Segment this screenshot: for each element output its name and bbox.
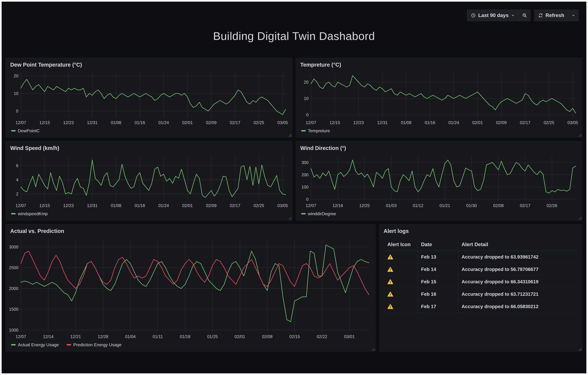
legend-item[interactable]: winddirDegree	[301, 211, 336, 216]
alert-icon-cell	[384, 300, 418, 313]
legend-item[interactable]: Tempreture	[301, 128, 330, 133]
x-tick-label: 01/16	[135, 203, 145, 208]
panel-title[interactable]: Wind Direction (°)	[296, 141, 582, 152]
y-tick-label: 2000	[9, 286, 18, 291]
alert-icon-cell	[384, 288, 418, 300]
chart-canvas[interactable]: 010020030012/0712/1612/2501/0301/1201/21…	[298, 153, 579, 209]
x-tick-label: 02/25	[253, 203, 264, 208]
alert-table-header-row: Alert Icon Date Alert Detail	[384, 240, 577, 251]
wind-direction-chart[interactable]: 010020030012/0712/1612/2501/0301/1201/21…	[298, 153, 579, 209]
temperature-chart[interactable]: 0102012/0712/1512/2312/3101/0801/1601/24…	[298, 70, 579, 126]
panel-title[interactable]: Wind Speed (km/h)	[6, 141, 292, 152]
chart-canvas[interactable]: 24612/0712/1512/2312/3101/0801/1601/2402…	[8, 153, 289, 209]
x-tick-label: 01/18	[180, 334, 190, 339]
refresh-icon	[538, 13, 543, 18]
x-tick-label: 01/12	[413, 203, 423, 208]
wind-speed-chart[interactable]: 24612/0712/1512/2312/3101/0801/1601/2402…	[8, 153, 289, 209]
series-line[interactable]	[311, 160, 576, 193]
series-line[interactable]	[21, 245, 369, 322]
chevron-down-icon	[511, 13, 515, 17]
y-tick-label: 20	[304, 80, 308, 85]
alert-date: Feb 16	[418, 288, 458, 300]
col-header-date[interactable]: Date	[418, 240, 458, 251]
y-tick-label: 4	[16, 177, 18, 182]
time-range-picker[interactable]: Last 90 days	[467, 10, 519, 21]
series-line[interactable]	[21, 251, 369, 295]
alert-row[interactable]: Feb 14Accuracy dropped to 56.78706677	[384, 263, 577, 275]
legend-label: Prediction Energy Usage	[73, 342, 122, 347]
x-tick-label: 01/16	[425, 120, 435, 125]
alert-row[interactable]: Feb 13Accuracy dropped to 63.93961742	[384, 251, 577, 263]
warning-icon	[388, 266, 393, 272]
legend-label: Actual Energy Usage	[18, 342, 59, 347]
x-tick-label: 01/04	[125, 334, 136, 339]
legend-item[interactable]: DewPointC	[11, 128, 40, 133]
dew-point-chart[interactable]: 0102012/0712/1512/2312/3101/0801/1601/24…	[8, 70, 289, 126]
panel-title[interactable]: Dew Point Temperature (°C)	[6, 58, 292, 69]
x-tick-label: 12/07	[16, 203, 26, 208]
warning-icon	[388, 304, 393, 309]
col-header-alert-icon[interactable]: Alert Icon	[384, 240, 418, 251]
refresh-button[interactable]: Refresh	[534, 10, 568, 21]
alert-row[interactable]: Feb 17Accuracy dropped to 66.05830212	[384, 300, 577, 313]
x-tick-label: 01/08	[111, 203, 121, 208]
legend-label: Tempreture	[308, 128, 330, 133]
legend-label: winddirDegree	[308, 211, 336, 216]
x-tick-label: 03/05	[277, 120, 288, 125]
legend: Tempreture	[296, 126, 582, 137]
x-tick-label: 02/01	[235, 334, 245, 339]
zoom-out-icon	[522, 13, 527, 18]
x-tick-label: 12/07	[306, 203, 316, 208]
x-tick-label: 12/07	[16, 334, 26, 339]
refresh-interval-dropdown[interactable]	[568, 10, 579, 21]
x-tick-label: 12/07	[306, 120, 316, 125]
panel-actual-vs-prediction: Actual vs. Prediction 100015002000250030…	[6, 224, 376, 352]
panel-title[interactable]: Actual vs. Prediction	[6, 224, 376, 235]
x-tick-label: 02/25	[544, 120, 554, 125]
alert-row[interactable]: Feb 15Accuracy dropped to 66.34310619	[384, 275, 577, 288]
x-tick-label: 12/14	[43, 334, 53, 339]
series-line[interactable]	[311, 76, 576, 113]
alert-table: Alert Icon Date Alert Detail Feb 13Accur…	[384, 240, 577, 313]
x-tick-label: 01/24	[158, 203, 169, 208]
x-tick-label: 01/24	[158, 120, 169, 125]
panel-title[interactable]: Tempreture (°C)	[296, 58, 582, 69]
series-swatch	[301, 213, 306, 214]
chart-canvas[interactable]: 0102012/0712/1512/2312/3101/0801/1601/24…	[8, 70, 289, 126]
legend-item[interactable]: Prediction Energy Usage	[66, 342, 122, 347]
series-line[interactable]	[21, 79, 286, 115]
series-swatch	[66, 344, 71, 345]
legend: winddirDegree	[296, 209, 582, 220]
col-header-alert-detail[interactable]: Alert Detail	[458, 240, 577, 251]
time-range-label: Last 90 days	[478, 12, 509, 18]
x-tick-label: 12/15	[329, 120, 340, 125]
legend-item[interactable]: Actual Energy Usage	[11, 342, 59, 347]
x-tick-label: 02/26	[546, 203, 557, 208]
panel-title[interactable]: Alert logs	[379, 224, 582, 235]
chart-canvas[interactable]: 1000150020002500300012/0712/1412/2112/28…	[8, 236, 373, 340]
alert-icon-cell	[384, 251, 418, 263]
alert-date: Feb 17	[418, 300, 458, 313]
resize-grip-icon[interactable]	[578, 348, 581, 351]
x-tick-label: 02/09	[496, 120, 507, 125]
chevron-down-icon	[571, 13, 575, 17]
alert-date: Feb 15	[418, 275, 458, 288]
energy-chart[interactable]: 1000150020002500300012/0712/1412/2112/28…	[8, 236, 373, 340]
y-tick-label: 3000	[9, 245, 18, 249]
x-tick-label: 03/05	[277, 203, 288, 208]
alert-date: Feb 14	[418, 263, 458, 275]
x-tick-label: 12/15	[39, 120, 50, 125]
y-tick-label: 0	[306, 197, 308, 202]
legend: DewPointC	[6, 126, 292, 137]
x-tick-label: 12/25	[359, 203, 370, 208]
panel-temperature: Tempreture (°C) 0102012/0712/1512/2312/3…	[296, 58, 582, 138]
chart-canvas[interactable]: 0102012/0712/1512/2312/3101/0801/1601/24…	[298, 70, 579, 126]
alert-row[interactable]: Feb 16Accuracy dropped to 63.71231721	[384, 288, 577, 300]
x-tick-label: 12/07	[16, 120, 26, 125]
x-tick-label: 12/28	[98, 334, 108, 339]
x-tick-label: 02/17	[230, 203, 240, 208]
alert-date: Feb 13	[418, 251, 458, 263]
zoom-out-button[interactable]	[519, 10, 531, 21]
x-tick-label: 12/31	[377, 120, 388, 125]
legend-item[interactable]: windspeedKmp	[11, 211, 48, 216]
